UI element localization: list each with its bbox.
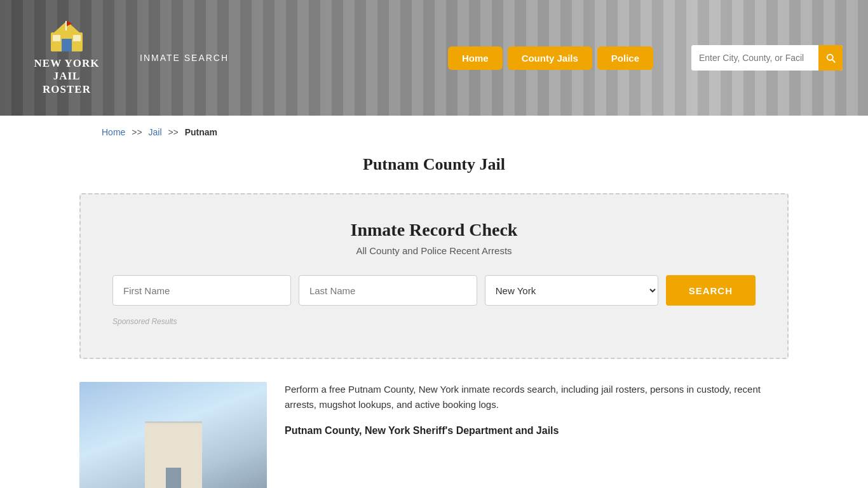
content-text: Perform a free Putnam County, New York i… <box>285 382 789 488</box>
breadcrumb-sep1: >> <box>132 127 142 137</box>
main-nav: Home County Jails Police <box>448 46 653 70</box>
nav-county-jails-button[interactable]: County Jails <box>508 46 592 70</box>
breadcrumb-home-link[interactable]: Home <box>102 127 125 137</box>
search-icon <box>825 52 836 64</box>
search-section-subtitle: All County and Police Recent Arrests <box>112 245 756 256</box>
logo[interactable]: NEW YORK JAIL ROSTER <box>25 20 108 96</box>
page-title: Putnam County Jail <box>0 155 868 174</box>
header-search-box <box>691 45 843 71</box>
breadcrumb-jail-link[interactable]: Jail <box>149 127 162 137</box>
putnam-county-image <box>79 382 267 488</box>
search-form: New YorkAlabamaAlaskaArizonaArkansasCali… <box>112 275 756 306</box>
logo-line1: NEW YORK <box>34 57 100 70</box>
logo-line3: ROSTER <box>43 83 91 96</box>
content-paragraph1: Perform a free Putnam County, New York i… <box>285 382 789 412</box>
first-name-input[interactable] <box>112 275 291 306</box>
site-header: NEW YORK JAIL ROSTER INMATE SEARCH Home … <box>0 0 868 116</box>
svg-rect-3 <box>53 35 60 41</box>
content-section: Perform a free Putnam County, New York i… <box>79 382 789 488</box>
search-section-title: Inmate Record Check <box>112 220 756 240</box>
logo-line2: JAIL <box>53 70 81 83</box>
breadcrumb-sep2: >> <box>168 127 178 137</box>
search-button[interactable]: SEARCH <box>666 275 756 306</box>
breadcrumb-current: Putnam <box>185 127 217 137</box>
svg-rect-2 <box>62 39 72 51</box>
state-select[interactable]: New YorkAlabamaAlaskaArizonaArkansasCali… <box>485 275 658 306</box>
breadcrumb: Home >> Jail >> Putnam <box>0 116 868 149</box>
svg-rect-4 <box>73 35 81 41</box>
nav-police-button[interactable]: Police <box>597 46 653 70</box>
content-subtitle: Putnam County, New York Sheriff's Depart… <box>285 423 789 439</box>
page-title-section: Putnam County Jail <box>0 149 868 193</box>
header-search-input[interactable] <box>691 45 818 71</box>
inmate-search-label: INMATE SEARCH <box>140 53 229 63</box>
last-name-input[interactable] <box>299 275 477 306</box>
header-search-button[interactable] <box>818 45 843 71</box>
nav-home-button[interactable]: Home <box>448 46 503 70</box>
inmate-search-section: Inmate Record Check All County and Polic… <box>79 193 789 359</box>
svg-rect-5 <box>65 21 67 30</box>
logo-icon <box>48 20 86 55</box>
sponsored-label: Sponsored Results <box>112 317 756 326</box>
